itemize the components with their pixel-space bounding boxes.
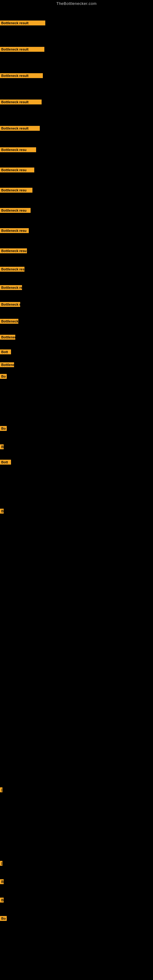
bar-row: Bott	[0, 350, 11, 354]
bar-label: Bottleneck result	[0, 126, 40, 131]
bar-row: Bottleneck re	[0, 302, 20, 307]
bar-row: Bottleneck result	[0, 73, 43, 78]
bar-label: Bottleneck resu	[0, 208, 30, 213]
bar-label: Bottleneck result	[0, 47, 45, 52]
bar-label: |	[0, 788, 2, 792]
bar-row: Bottleneck resu	[0, 167, 34, 172]
bar-row: Bottlenec	[0, 335, 15, 340]
bar-row: Bottleneck result	[0, 21, 45, 25]
bar-label: B	[0, 897, 4, 902]
bar-row: |	[0, 788, 2, 792]
bar-row: Bott	[0, 460, 11, 465]
bar-label: Bottleneck resu	[0, 167, 34, 172]
bar-label: Bottleneck re	[0, 302, 20, 307]
bar-label: Bottleneck result	[0, 21, 45, 25]
bar-label: Bottleneck resu	[0, 228, 29, 233]
bar-label: Bo	[0, 426, 7, 431]
bar-row: Bottleneck resu	[0, 147, 36, 152]
bar-row: B	[0, 509, 4, 514]
bar-row: B	[0, 897, 4, 902]
bar-row: Bottleneck result	[0, 47, 45, 52]
bar-label: Bottleneck re	[0, 319, 18, 324]
bar-row: Bo	[0, 374, 7, 379]
bar-label: B	[0, 444, 4, 449]
site-title: TheBottlenecker.com	[0, 0, 153, 6]
bar-label: Bottleneck result	[0, 100, 41, 105]
bar-row: Bottleneck resu	[0, 188, 32, 192]
bar-label: Bottlenec	[0, 335, 15, 340]
bar-row: Bottleneck resu	[0, 248, 27, 253]
bar-row: B	[0, 879, 4, 884]
bar-label: Bottleneck resu	[0, 147, 36, 152]
bar-row: Bottleneck result	[0, 126, 40, 131]
bar-label: Bo	[0, 916, 7, 921]
bar-row: Bottleneck result	[0, 100, 41, 105]
bar-row: |	[0, 861, 2, 866]
bar-label: Bottleneck resu	[0, 248, 27, 253]
bar-label: Bottleneck res	[0, 267, 24, 272]
bar-label: Bottleneck result	[0, 73, 43, 78]
bar-row: B	[0, 444, 4, 449]
bar-label: Bottleneck re	[0, 285, 22, 290]
bar-row: Bo	[0, 916, 7, 921]
bar-row: Bottleneck resu	[0, 228, 29, 233]
bar-row: Bottleneck resu	[0, 208, 30, 213]
bar-label: Bott	[0, 350, 11, 354]
bar-label: B	[0, 879, 4, 884]
bar-row: Bo	[0, 426, 7, 431]
bar-label: Bottleneck resu	[0, 188, 32, 192]
bar-label: B	[0, 509, 4, 514]
bar-label: |	[0, 861, 2, 866]
bar-row: Bottleneck re	[0, 319, 18, 324]
bar-label: Bo	[0, 374, 7, 379]
bar-row: Bottleneck res	[0, 267, 24, 272]
bar-label: Bottlene	[0, 362, 14, 367]
bar-row: Bottleneck re	[0, 285, 22, 290]
bar-label: Bott	[0, 460, 11, 465]
bar-row: Bottlene	[0, 362, 14, 367]
